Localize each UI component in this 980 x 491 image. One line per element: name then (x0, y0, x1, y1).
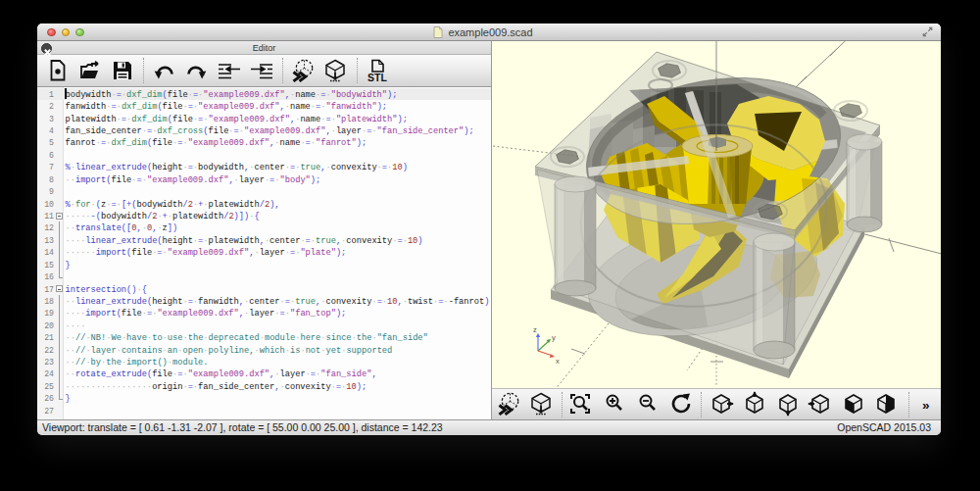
svg-text:STL: STL (368, 72, 387, 83)
svg-text:x: x (556, 357, 560, 366)
svg-text:y: y (552, 333, 556, 342)
svg-text:»: » (922, 398, 930, 413)
svg-text:z: z (533, 325, 537, 334)
